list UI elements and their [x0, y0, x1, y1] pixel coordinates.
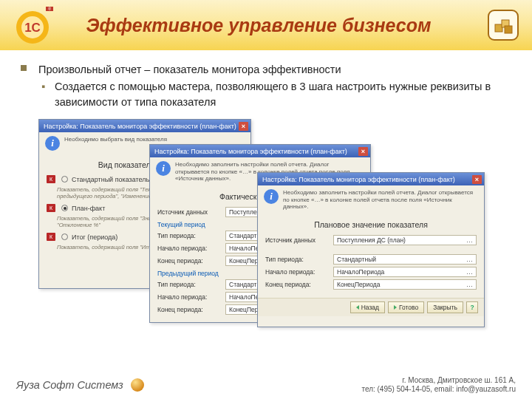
radio-icon: [61, 233, 68, 240]
bullet-sub: Создается с помощью мастера, позволяющег…: [55, 79, 505, 110]
window-footer: Назад Готово Закрыть ?: [258, 298, 484, 316]
footer-contact: г. Москва, Дмитровское ш. 161 А, тел: (4…: [361, 376, 516, 395]
radio-label: Итог (периода): [72, 233, 117, 241]
bullet-title: Произвольный отчет – показатель монитора…: [38, 62, 505, 78]
radio-icon: [61, 205, 68, 211]
field-label: Тип периода:: [157, 281, 221, 288]
period-start-field[interactable]: НачалоПериода…: [333, 267, 477, 277]
svg-text:®: ®: [48, 7, 51, 11]
footer: Яуза Софт Системз г. Москва, Дмитровское…: [0, 371, 532, 399]
company-name: Яуза Софт Системз: [16, 379, 123, 391]
window-titlebar[interactable]: Настройка: Показатель монитора эффективн…: [258, 173, 484, 185]
back-button[interactable]: Назад: [350, 301, 385, 313]
close-icon[interactable]: ×: [358, 147, 368, 156]
field-label: Конец периода:: [157, 257, 221, 265]
info-text: Необходимо выбрать вид показателя: [64, 136, 167, 143]
ellipsis-icon[interactable]: …: [466, 268, 473, 276]
field-label: Источник данных: [157, 208, 221, 216]
bullet-icon: [21, 65, 27, 71]
info-icon: i: [156, 161, 171, 176]
window-title-text: Настройка: Показатель монитора эффективн…: [154, 148, 347, 155]
info-text: Необходимо заполнить настройки полей отч…: [283, 189, 478, 211]
svg-text:1С: 1С: [24, 21, 41, 35]
body: Произвольный отчет – показатель монитора…: [0, 50, 532, 348]
field-label: Тип периода:: [157, 232, 221, 239]
field-label: Конец периода:: [157, 306, 221, 313]
chevron-left-icon: [356, 305, 359, 310]
finish-button[interactable]: Готово: [388, 301, 424, 313]
ellipsis-icon[interactable]: …: [466, 256, 473, 263]
field-label: Начало периода:: [265, 268, 329, 276]
field-label: Источник данных: [265, 236, 329, 244]
radio-label: План-факт: [72, 205, 105, 212]
window-titlebar[interactable]: Настройка: Показатель монитора эффективн…: [39, 120, 250, 132]
kpi-icon: К: [47, 204, 55, 212]
close-icon[interactable]: ×: [472, 175, 482, 184]
field-label: Начало периода:: [157, 293, 221, 301]
source-field[interactable]: Поступления ДС (план)…: [333, 235, 477, 245]
window-title-text: Настройка: Показатель монитора эффективн…: [262, 176, 455, 183]
kpi-icon: К: [47, 175, 55, 183]
field-label: Начало периода:: [157, 245, 221, 252]
window-step3: Настройка: Показатель монитора эффективн…: [257, 172, 485, 327]
info-icon: i: [45, 136, 60, 151]
window-titlebar[interactable]: Настройка: Показатель монитора эффективн…: [150, 145, 370, 157]
kpi-icon: К: [47, 233, 55, 241]
logo-1c: 1С ®: [13, 5, 61, 45]
window-title-text: Настройка: Показатель монитора эффективн…: [44, 123, 236, 130]
field-label: Тип периода:: [265, 256, 329, 263]
period-type-field[interactable]: Стандартный…: [333, 254, 477, 265]
ellipsis-icon[interactable]: …: [466, 281, 473, 288]
footer-address: г. Москва, Дмитровское ш. 161 А,: [361, 376, 516, 386]
radio-label: Стандартный показатель: [72, 176, 149, 183]
svg-rect-7: [505, 26, 512, 33]
cubes-icon: [488, 10, 519, 41]
chevron-right-icon: [394, 305, 397, 310]
sphere-icon: [131, 378, 144, 392]
close-button[interactable]: Закрыть: [427, 301, 463, 313]
bullet-block: Произвольный отчет – показатель монитора…: [38, 62, 505, 110]
help-button[interactable]: ?: [466, 301, 478, 313]
screenshot-stage: Настройка: Показатель монитора эффективн…: [38, 119, 505, 341]
field-label: Конец периода:: [265, 281, 329, 288]
period-end-field[interactable]: КонецПериода…: [333, 279, 477, 290]
step-heading: Плановое значение показателя: [265, 220, 477, 229]
header-bar: 1С ® Эффективное управление бизнесом: [0, 0, 532, 50]
info-icon: i: [264, 189, 279, 204]
ellipsis-icon[interactable]: …: [466, 236, 473, 244]
radio-icon: [61, 176, 68, 183]
page-title: Эффективное управление бизнесом: [66, 15, 451, 36]
footer-phone: тел: (495) 504-14-05, email: info@yauzas…: [361, 385, 516, 395]
close-icon[interactable]: ×: [239, 122, 248, 131]
